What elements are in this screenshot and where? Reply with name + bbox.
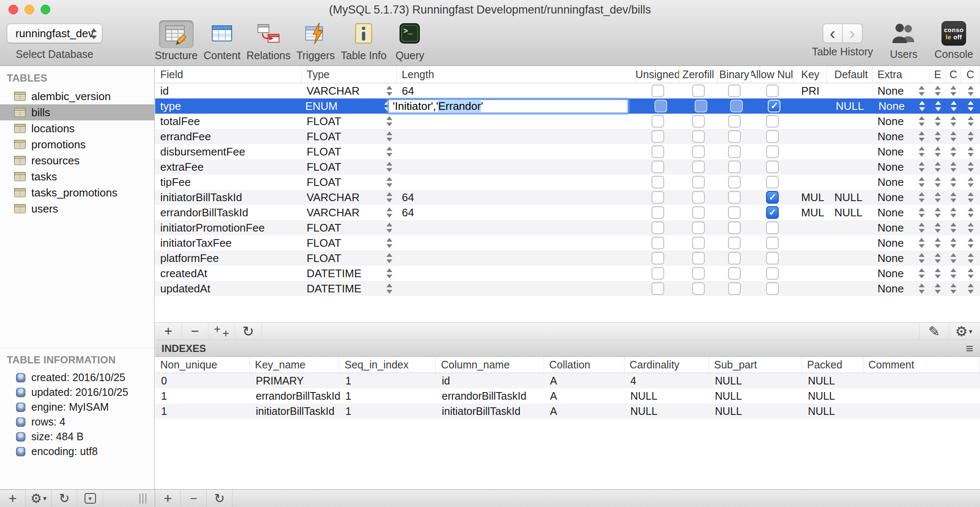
add-field-button[interactable]: +	[155, 323, 182, 340]
checkbox-zerofill[interactable]	[695, 100, 707, 112]
checkbox-allow-null[interactable]	[766, 282, 779, 295]
sidebar-table-locations[interactable]: locations	[0, 120, 154, 136]
extra-select[interactable]: None	[872, 266, 929, 281]
field-name-cell[interactable]: id	[155, 83, 301, 98]
checkbox-unsigned[interactable]	[652, 267, 664, 280]
column-header-key[interactable]: Key	[794, 66, 827, 83]
extra-select[interactable]: None	[872, 83, 929, 98]
index-column-header-packed[interactable]: Packed	[802, 357, 863, 373]
index-row-initiatorBillTaskId[interactable]: 1initiatorBillTaskId1initiatorBillTaskId…	[155, 403, 980, 419]
encoding-select[interactable]	[930, 266, 946, 281]
default-cell[interactable]	[827, 159, 873, 174]
refresh-indexes-button[interactable]: ↻	[207, 490, 233, 507]
column-header-length[interactable]: Length	[397, 66, 636, 83]
default-cell[interactable]: NULL	[828, 98, 873, 114]
length-cell[interactable]: 64	[397, 83, 636, 98]
type-select[interactable]: VARCHAR	[301, 205, 397, 220]
index-column-header-non_unique[interactable]: Non_unique	[155, 357, 250, 373]
structure-row-errandorBillTaskId[interactable]: errandorBillTaskIdVARCHAR64MULNULLNone	[155, 205, 980, 220]
history-back-button[interactable]: ‹	[823, 24, 843, 43]
extra-select[interactable]: None	[872, 174, 929, 190]
type-select[interactable]: ENUM	[300, 98, 394, 114]
column-header-allow-null[interactable]: Allow Null	[751, 66, 794, 83]
comment-select[interactable]	[961, 266, 980, 281]
default-cell[interactable]	[827, 251, 873, 266]
checkbox-allow-null[interactable]	[766, 130, 779, 143]
encoding-select[interactable]	[930, 190, 946, 205]
checkbox-unsigned[interactable]	[652, 221, 664, 234]
extra-select[interactable]: None	[872, 114, 929, 129]
extra-select[interactable]: None	[872, 144, 929, 159]
index-column-header-collation[interactable]: Collation	[544, 357, 624, 373]
default-cell[interactable]: NULL	[827, 205, 873, 220]
field-name-cell[interactable]: type	[155, 98, 300, 114]
comment-select[interactable]	[961, 144, 980, 159]
comment-select[interactable]	[961, 281, 980, 296]
checkbox-binary[interactable]	[728, 267, 741, 280]
column-header-type[interactable]: Type	[301, 66, 397, 83]
collation-select[interactable]	[946, 251, 961, 266]
column-header-e[interactable]: E	[930, 66, 946, 83]
column-header-default[interactable]: Default	[827, 66, 873, 83]
encoding-select[interactable]	[930, 235, 946, 251]
tab-table-info[interactable]: Table Info	[341, 20, 386, 62]
structure-row-errandFee[interactable]: errandFeeFLOATNone	[155, 129, 980, 144]
encoding-select[interactable]	[930, 251, 946, 266]
checkbox-binary[interactable]	[728, 206, 741, 219]
extra-select[interactable]: None	[872, 190, 929, 205]
checkbox-unsigned[interactable]	[652, 161, 664, 173]
field-name-cell[interactable]: updatedAt	[155, 281, 301, 296]
sidebar-table-tasks[interactable]: tasks	[0, 169, 154, 185]
checkbox-binary[interactable]	[728, 130, 741, 143]
field-name-cell[interactable]: totalFee	[155, 114, 301, 129]
add-index-button[interactable]: +	[155, 490, 181, 507]
remove-index-button[interactable]: −	[181, 490, 207, 507]
default-cell[interactable]	[827, 220, 873, 235]
encoding-select[interactable]	[930, 205, 946, 220]
sidebar-resize-handle[interactable]	[140, 493, 146, 504]
sidebar-table-tasks_promotions[interactable]: tasks_promotions	[0, 185, 154, 201]
checkbox-allow-null[interactable]	[766, 191, 779, 204]
tab-query[interactable]: >_ Query	[392, 20, 427, 62]
extra-select[interactable]: None	[872, 220, 929, 235]
checkbox-unsigned[interactable]	[652, 191, 664, 204]
type-select[interactable]: FLOAT	[301, 251, 397, 266]
type-select[interactable]: VARCHAR	[301, 190, 397, 205]
encoding-select[interactable]	[930, 174, 946, 190]
collation-select[interactable]	[946, 220, 961, 235]
checkbox-binary[interactable]	[728, 84, 741, 97]
encoding-select[interactable]	[930, 114, 946, 129]
encoding-select[interactable]	[930, 144, 946, 159]
structure-row-updatedAt[interactable]: updatedAtDATETIMENone	[155, 281, 980, 296]
length-cell[interactable]	[397, 235, 636, 251]
column-header-c[interactable]: C	[946, 66, 961, 83]
length-cell[interactable]	[397, 281, 636, 296]
collation-select[interactable]	[946, 129, 961, 144]
checkbox-zerofill[interactable]	[692, 130, 705, 143]
checkbox-zerofill[interactable]	[692, 145, 705, 158]
add-table-button[interactable]: +	[0, 490, 26, 507]
comment-select[interactable]	[961, 251, 980, 266]
length-cell[interactable]	[397, 144, 636, 159]
checkbox-allow-null[interactable]	[766, 84, 779, 97]
checkbox-binary[interactable]	[728, 221, 741, 234]
field-name-cell[interactable]: initiatorPromotionFee	[155, 220, 301, 235]
field-name-cell[interactable]: extraFee	[155, 159, 301, 174]
checkbox-allow-null[interactable]	[766, 221, 779, 234]
type-select[interactable]: FLOAT	[301, 129, 397, 144]
type-select[interactable]: VARCHAR	[301, 83, 397, 98]
type-select[interactable]: DATETIME	[301, 281, 397, 296]
zoom-button[interactable]	[41, 5, 50, 14]
collation-select[interactable]	[946, 235, 961, 251]
type-select[interactable]: FLOAT	[301, 220, 397, 235]
database-selector[interactable]: runningfast_dev	[7, 24, 102, 43]
field-name-cell[interactable]: initiatorBillTaskId	[155, 190, 301, 205]
checkbox-unsigned[interactable]	[652, 130, 664, 143]
extra-select[interactable]: None	[873, 98, 930, 114]
checkbox-binary[interactable]	[728, 252, 741, 264]
users-button[interactable]: Users	[890, 21, 917, 60]
sidebar-table-promotions[interactable]: promotions	[0, 136, 154, 153]
index-column-header-comment[interactable]: Comment	[863, 357, 980, 373]
length-cell[interactable]	[397, 159, 636, 174]
encoding-select[interactable]	[930, 83, 946, 98]
